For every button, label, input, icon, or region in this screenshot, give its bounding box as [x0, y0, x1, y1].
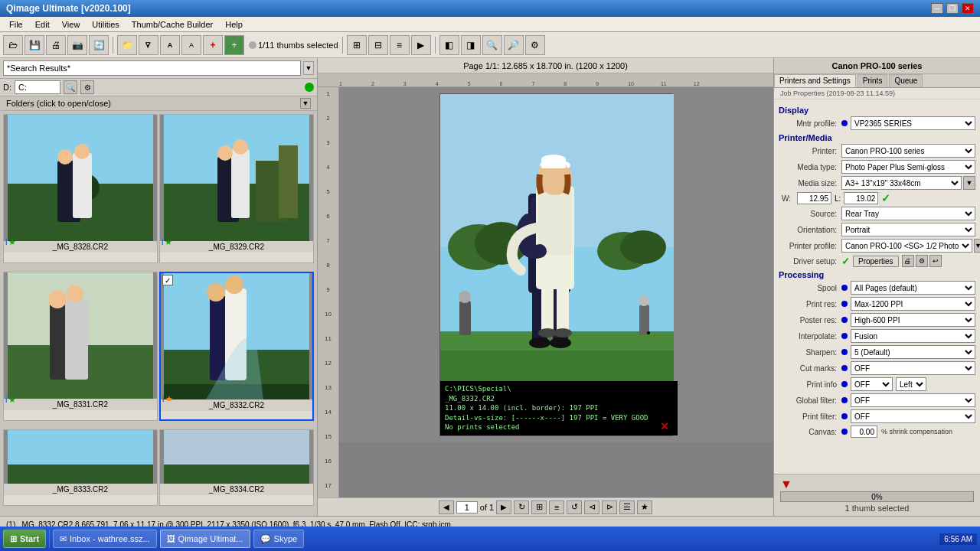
taskbar-item-1[interactable]: ✉ Inbox - wathree.ssz... [53, 530, 157, 548]
toolbar-btn-camera[interactable]: 📷 [67, 35, 87, 55]
toolbar-panel-right[interactable]: ◨ [461, 35, 481, 55]
interpolate-dropdown[interactable]: Fusion [851, 329, 975, 343]
thumb-cell-3[interactable]: i ★ _MG_8331.CR2 [3, 272, 158, 421]
restore-btn[interactable]: ❐ [946, 3, 959, 14]
info-size: 11.00 x 14.00 (incl. border): 197 PPI [445, 403, 673, 413]
nav-prev2-btn[interactable]: ⊲ [584, 500, 599, 514]
svg-point-45 [529, 337, 550, 348]
toolbar-btn-bookmark[interactable]: ⛛ [139, 35, 158, 55]
image-close-btn[interactable]: ✕ [660, 420, 669, 432]
mntr-profile-dropdown[interactable]: VP2365 SERIES [851, 116, 975, 130]
taskbar-time: 6:56 AM [939, 533, 977, 545]
toolbar-btn-open[interactable]: 🗁 [3, 35, 23, 55]
profile-expand-btn[interactable]: ▼ [974, 239, 980, 253]
toolbar-btn-print[interactable]: 🖨 [46, 35, 66, 55]
menu-edit[interactable]: Edit [29, 18, 56, 31]
toolbar-btn-save[interactable]: 💾 [24, 35, 44, 55]
taskbar-icon-1: ✉ [60, 534, 67, 544]
toolbar-grid3[interactable]: ≡ [390, 35, 410, 55]
driver-icon3[interactable]: ↩ [929, 255, 942, 267]
path-input[interactable] [15, 80, 60, 94]
toolbar-arrow-right[interactable]: ▶ [411, 35, 431, 55]
canvas-input[interactable] [851, 425, 877, 438]
close-btn[interactable]: ✕ [962, 3, 974, 14]
toolbar-btn-plus-red[interactable]: + [203, 35, 223, 55]
minimize-btn[interactable]: ─ [931, 3, 943, 14]
search-input[interactable] [3, 60, 301, 76]
print-info-align-dropdown[interactable]: Left [896, 377, 926, 391]
toolbar-settings[interactable]: ⚙ [525, 35, 545, 55]
taskbar-item-3[interactable]: 💬 Skype [253, 530, 305, 548]
w-input[interactable] [797, 192, 831, 204]
menu-thumb[interactable]: Thumb/Cache Builder [126, 18, 219, 31]
toolbar-grid2[interactable]: ⊟ [368, 35, 388, 55]
menu-file[interactable]: File [3, 18, 29, 31]
nav-prev-btn[interactable]: ◀ [439, 500, 454, 514]
nav-zoom-fit-btn[interactable]: ⊞ [531, 500, 547, 514]
cut-marks-dropdown[interactable]: OFF [851, 361, 975, 375]
toolbar-panel-left[interactable]: ◧ [439, 35, 459, 55]
nav-next2-btn[interactable]: ⊳ [602, 500, 617, 514]
thumb-cell-2[interactable]: i ★ _MG_8329.CR2 [159, 114, 314, 263]
menu-utilities[interactable]: Utilities [86, 18, 125, 31]
folder-options-btn[interactable]: ▼ [300, 98, 311, 109]
source-dropdown[interactable]: Rear Tray [841, 207, 975, 220]
taskbar-item-2[interactable]: 🖼 Qimage Ultimat... [160, 530, 250, 548]
print-res-dropdown[interactable]: Max-1200 PPI [851, 297, 975, 311]
media-size-expand-btn[interactable]: ▼ [963, 176, 975, 190]
toolbar-btn-folder[interactable]: 📁 [117, 35, 137, 55]
path-nav-icon[interactable]: 🔍 [64, 80, 77, 94]
taskbar-icon-2: 🖼 [167, 534, 175, 543]
printer-profile-dropdown[interactable]: Canon PRO-100 <SG> 1/2 Photo [841, 239, 972, 253]
toolbar-zoom-out[interactable]: 🔎 [504, 35, 524, 55]
tab-printers-settings[interactable]: Printers and Settings [774, 74, 856, 87]
l-input[interactable] [844, 192, 878, 204]
toolbar-amazon-btn[interactable]: A [160, 35, 180, 55]
thumb-cell-1[interactable]: i ★ _MG_8328.CR2 [3, 114, 158, 263]
page-number-input[interactable] [456, 501, 478, 514]
toolbar-btn-plus[interactable]: + [224, 35, 244, 55]
sharpen-dropdown[interactable]: 5 (Default) [851, 345, 975, 359]
svg-rect-50 [557, 285, 569, 331]
media-type-dropdown[interactable]: Photo Paper Plus Semi-gloss [841, 160, 975, 174]
prop-spool: Spool All Pages (default) [779, 281, 975, 295]
toolbar-btn-a2[interactable]: A [181, 35, 201, 55]
global-filter-dropdown[interactable]: OFF [851, 393, 975, 407]
tab-queue[interactable]: Queue [889, 74, 923, 87]
toolbar-zoom-in[interactable]: 🔍 [482, 35, 502, 55]
nav-rotate-btn[interactable]: ↺ [567, 500, 582, 514]
print-filter-dropdown[interactable]: OFF [851, 409, 975, 423]
search-go-btn[interactable]: ▼ [303, 61, 314, 75]
menu-help[interactable]: Help [219, 18, 249, 31]
nav-star-btn[interactable]: ★ [637, 500, 652, 514]
toolbar-btn-refresh[interactable]: 🔄 [89, 35, 109, 55]
orientation-dropdown[interactable]: Portrait [841, 223, 975, 236]
print-info-dropdown[interactable]: OFF [851, 377, 893, 391]
source-label: Source: [779, 210, 840, 218]
thumb-check-4[interactable]: ✓ [162, 275, 173, 285]
nav-view-btn[interactable]: ≡ [549, 500, 564, 514]
nav-menu-btn[interactable]: ☰ [619, 500, 635, 514]
driver-setup-btn[interactable]: Properties [853, 256, 899, 267]
page-of-label: of 1 [480, 503, 494, 512]
driver-icon2[interactable]: ⚙ [916, 255, 928, 267]
thumb-cell-4[interactable]: ✓ i ★ _MG_ [159, 272, 314, 421]
poster-res-dropdown[interactable]: High-600 PPI [851, 313, 975, 327]
thumb-count: 1/11 thumbs selected [258, 41, 338, 50]
toolbar-grid1[interactable]: ⊞ [347, 35, 367, 55]
thumb-cell-5[interactable]: _MG_8333.CR2 [3, 429, 158, 506]
svg-point-26 [207, 283, 225, 302]
spool-dropdown[interactable]: All Pages (default) [851, 281, 975, 295]
driver-icon1[interactable]: 🖨 [902, 255, 914, 267]
nav-next-btn[interactable]: ▶ [496, 500, 511, 514]
thumb-cell-6[interactable]: _MG_8334.CR2 [159, 429, 314, 506]
thumb-icon-star-2: ★ [165, 237, 172, 247]
tab-prints[interactable]: Prints [858, 74, 888, 87]
start-button[interactable]: ⊞ Start [3, 530, 46, 548]
menu-view[interactable]: View [56, 18, 87, 31]
path-settings-icon[interactable]: ⚙ [80, 80, 94, 94]
nav-refresh-btn[interactable]: ↻ [514, 500, 529, 514]
printer-dropdown[interactable]: Canon PRO-100 series [841, 144, 975, 158]
media-size-dropdown[interactable]: A3+ 13"x19" 33x48cm [841, 176, 962, 190]
svg-rect-4 [73, 153, 92, 218]
